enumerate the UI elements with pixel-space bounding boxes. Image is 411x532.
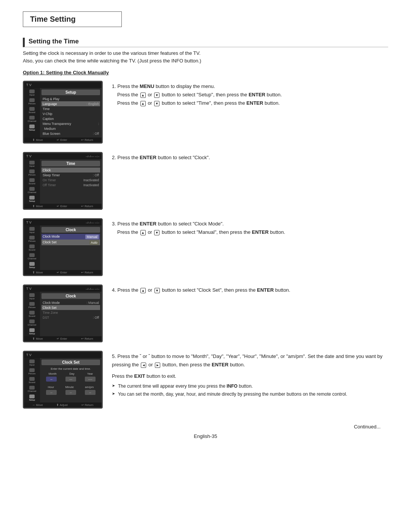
step-3-instructions: 3. Press the ENTER button to select "Clo… (112, 218, 388, 236)
step-5-row: T V Input Picture Sound Channel (23, 351, 388, 409)
step-2-row: T V --/--/---- --:-- Input Picture Sound (23, 152, 388, 210)
step-4-screen: T V --/--/---- --:-- Input Picture Sound (23, 284, 103, 342)
step-2-instructions: 2. Press the ENTER button to select "Clo… (112, 152, 388, 162)
bullet-1: The current time will appear every time … (112, 383, 388, 390)
step-3-row: T V --/--/---- --:-- Input Picture Sound (23, 218, 388, 276)
continued-text: Continued... (23, 424, 381, 430)
step-1-instructions: 1. Press the MENU button to display the … (112, 81, 388, 107)
intro-text: Setting the clock is necessary in order … (23, 50, 388, 64)
bullet-2: You can set the month, day, year, hour, … (112, 391, 388, 398)
section-header: Setting the Time (23, 38, 388, 47)
step-5-screen: T V Input Picture Sound Channel (23, 351, 103, 409)
step-5-instructions: 5. Press the ˇ or ˆ button to move to "M… (112, 351, 388, 399)
step-1-screen: T V Input Picture Sound Channel (23, 81, 103, 144)
page-title: Time Setting (30, 15, 76, 23)
step-4-instructions: 4. Press the ▲ or ▼ button to select "Cl… (112, 284, 388, 294)
step-4-row: T V --/--/---- --:-- Input Picture Sound (23, 284, 388, 342)
page-title-box: Time Setting (23, 11, 122, 27)
step-5-bullet-list: The current time will appear every time … (112, 383, 388, 398)
step-3-screen: T V --/--/---- --:-- Input Picture Sound (23, 218, 103, 276)
step-1-row: T V Input Picture Sound Channel (23, 81, 388, 144)
page-number: English-35 (23, 433, 388, 439)
step-2-screen: T V --/--/---- --:-- Input Picture Sound (23, 152, 103, 210)
option-title: Option 1: Setting the Clock Manually (23, 70, 388, 75)
